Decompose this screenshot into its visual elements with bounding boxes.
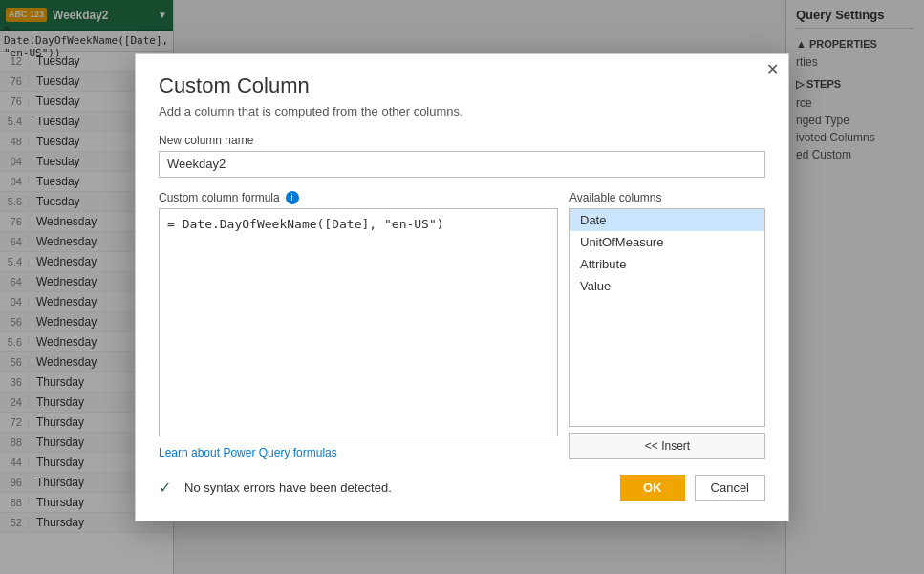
formula-left: Custom column formula i Learn about Powe… xyxy=(159,191,558,459)
status-text: No syntax errors have been detected. xyxy=(184,480,611,495)
dialog-subtitle: Add a column that is computed from the o… xyxy=(159,104,765,118)
ok-button[interactable]: OK xyxy=(620,475,685,501)
modal-overlay: ✕ Custom Column Add a column that is com… xyxy=(0,0,924,574)
formula-section: Custom column formula i Learn about Powe… xyxy=(159,191,765,459)
dialog-title: Custom Column xyxy=(159,74,765,98)
available-col-item[interactable]: UnitOfMeasure xyxy=(570,231,764,253)
available-cols-section: Available columns DateUnitOfMeasureAttri… xyxy=(569,191,765,459)
available-cols-label: Available columns xyxy=(569,191,765,204)
formula-label: Custom column formula xyxy=(159,191,280,204)
close-button[interactable]: ✕ xyxy=(766,62,779,77)
new-col-input[interactable] xyxy=(159,151,765,178)
cancel-button[interactable]: Cancel xyxy=(695,475,765,501)
status-checkmark: ✓ xyxy=(159,478,171,497)
formula-label-row: Custom column formula i xyxy=(159,191,558,204)
new-col-label: New column name xyxy=(159,134,765,147)
info-icon[interactable]: i xyxy=(286,191,299,204)
custom-column-dialog: ✕ Custom Column Add a column that is com… xyxy=(135,53,789,521)
available-cols-list: DateUnitOfMeasureAttributeValue xyxy=(569,208,765,427)
available-col-item[interactable]: Value xyxy=(570,275,764,297)
available-col-item[interactable]: Attribute xyxy=(570,253,764,275)
formula-textarea[interactable] xyxy=(159,208,558,436)
available-col-item[interactable]: Date xyxy=(570,209,764,231)
learn-link[interactable]: Learn about Power Query formulas xyxy=(159,446,558,459)
insert-button[interactable]: << Insert xyxy=(569,433,765,459)
dialog-footer: ✓ No syntax errors have been detected. O… xyxy=(159,475,765,501)
